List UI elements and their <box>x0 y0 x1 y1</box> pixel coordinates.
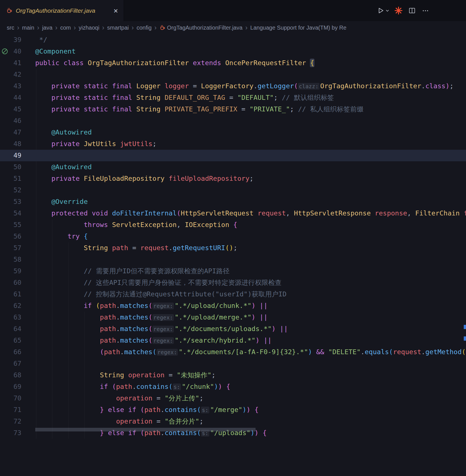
line-number[interactable]: 44 <box>0 92 35 103</box>
line-number[interactable]: 51 <box>0 173 35 184</box>
code-line[interactable]: 39 */ <box>0 34 466 46</box>
code-line[interactable]: 56 try { <box>0 231 466 242</box>
line-number[interactable]: 63 <box>0 312 35 323</box>
horizontal-scrollbar[interactable] <box>35 428 256 431</box>
code-line[interactable]: 50 @Autowired <box>0 161 466 173</box>
code-line[interactable]: 57 String path = request.getRequestURI()… <box>0 242 466 254</box>
code-line[interactable]: 55 throws ServletException, IOException … <box>0 219 466 231</box>
line-number[interactable]: 67 <box>0 358 35 369</box>
breadcrumb: src›main›java›com›yizhaoqi›smartpai›conf… <box>0 21 466 34</box>
breadcrumb-separator: › <box>74 25 76 31</box>
code-line[interactable]: 65 path.matches(regex:".*/search/hybrid.… <box>0 335 466 346</box>
editor-pane: 39 */ 40@Component41public class OrgTagA… <box>0 34 466 476</box>
line-number[interactable]: 41 <box>0 57 35 69</box>
code-line[interactable]: 54 protected void doFilterInternal(HttpS… <box>0 208 466 219</box>
code-line[interactable]: 45 private static final String PRIVATE_T… <box>0 103 466 115</box>
code-text: protected void doFilterInternal(HttpServ… <box>35 208 466 219</box>
code-line[interactable]: 69 if (path.contains(s:"/chunk")) { <box>0 381 466 393</box>
code-line[interactable]: 43 private static final Logger logger = … <box>0 80 466 92</box>
chevron-down-icon[interactable] <box>385 9 389 13</box>
line-number[interactable]: 50 <box>0 161 35 173</box>
code-line[interactable]: 48 private JwtUtils jwtUtils; <box>0 138 466 150</box>
line-number[interactable]: 66 <box>0 346 35 358</box>
code-line[interactable]: 51 private FileUploadRepository fileUplo… <box>0 173 466 184</box>
code-line[interactable]: 70 operation = "分片上传"; <box>0 393 466 404</box>
code-line[interactable]: 72 operation = "合并分片"; <box>0 416 466 427</box>
code-line[interactable]: 52 <box>0 184 466 196</box>
code-text: try { <box>35 231 466 242</box>
breadcrumb-item[interactable]: Language Support for Java(TM) by Re <box>250 25 346 31</box>
extension-star-button[interactable] <box>394 6 403 16</box>
line-number[interactable]: 42 <box>0 69 35 80</box>
breadcrumb-item[interactable]: com <box>60 25 71 31</box>
line-number[interactable]: 58 <box>0 254 35 265</box>
code-line[interactable]: 58 <box>0 254 466 265</box>
line-number[interactable]: 73 <box>0 427 35 439</box>
line-number[interactable]: 52 <box>0 184 35 196</box>
code-line[interactable]: 60 // 这些API只需要用户身份验证，不需要对特定资源进行权限检查 <box>0 277 466 288</box>
code-text: if (path.matches(regex:".*/upload/chunk.… <box>35 300 466 312</box>
breadcrumb-item[interactable]: yizhaoqi <box>79 25 99 31</box>
code-text: operation = "分片上传"; <box>35 393 466 404</box>
star-burst-icon <box>394 6 403 15</box>
line-number[interactable]: 46 <box>0 115 35 127</box>
more-actions-button[interactable] <box>421 6 430 16</box>
code-text: // 控制器方法通过@RequestAttribute("userId")获取用… <box>35 288 466 300</box>
editor-tab[interactable]: OrgTagAuthorizationFilter.java × <box>0 0 124 21</box>
line-number[interactable]: 53 <box>0 196 35 208</box>
line-number[interactable]: 69 <box>0 381 35 393</box>
line-number[interactable]: 39 <box>0 34 35 46</box>
line-number[interactable]: 72 <box>0 416 35 427</box>
code-line[interactable]: 62 if (path.matches(regex:".*/upload/chu… <box>0 300 466 312</box>
code-text <box>35 115 466 127</box>
code-text: // 这些API只需要用户身份验证，不需要对特定资源进行权限检查 <box>35 277 466 288</box>
line-number[interactable]: 60 <box>0 277 35 288</box>
code-text: @Autowired <box>35 127 466 138</box>
line-number[interactable]: 57 <box>0 242 35 254</box>
line-number[interactable]: 65 <box>0 335 35 346</box>
code-line[interactable]: 59 // 需要用户ID但不需要资源权限检查的API路径 <box>0 265 466 277</box>
line-number[interactable]: 54 <box>0 208 35 219</box>
line-number[interactable]: 62 <box>0 300 35 312</box>
code-line[interactable]: 47 @Autowired <box>0 127 466 138</box>
line-number[interactable]: 43 <box>0 80 35 92</box>
code-line[interactable]: 64 path.matches(regex:".*/documents/uplo… <box>0 323 466 335</box>
code-line[interactable]: 41public class OrgTagAuthorizationFilter… <box>0 57 466 69</box>
line-number[interactable]: 47 <box>0 127 35 138</box>
line-number[interactable]: 48 <box>0 138 35 150</box>
code-text <box>35 184 466 196</box>
code-line[interactable]: 63 path.matches(regex:".*/upload/merge.*… <box>0 312 466 323</box>
breadcrumb-item[interactable]: OrgTagAuthorizationFilter.java <box>159 25 243 31</box>
breadcrumb-label: com <box>60 25 71 31</box>
breadcrumb-separator: › <box>55 25 58 31</box>
code-line[interactable]: 61 // 控制器方法通过@RequestAttribute("userId")… <box>0 288 466 300</box>
line-number[interactable]: 70 <box>0 393 35 404</box>
split-editor-button[interactable] <box>407 6 416 16</box>
code-line[interactable]: 68 String operation = "未知操作"; <box>0 369 466 381</box>
code-line[interactable]: 46 <box>0 115 466 127</box>
breadcrumb-item[interactable]: src <box>7 25 14 31</box>
line-number[interactable]: 45 <box>0 103 35 115</box>
code-line[interactable]: 71 } else if (path.contains(s:"/merge"))… <box>0 404 466 416</box>
breadcrumb-item[interactable]: java <box>42 25 52 31</box>
code-line[interactable]: 40@Component <box>0 46 466 57</box>
code-line[interactable]: 42 <box>0 69 466 80</box>
breadcrumb-item[interactable]: smartpai <box>107 25 129 31</box>
line-number[interactable]: 68 <box>0 369 35 381</box>
line-number[interactable]: 61 <box>0 288 35 300</box>
line-number[interactable]: 71 <box>0 404 35 416</box>
line-number[interactable]: 55 <box>0 219 35 231</box>
code-line[interactable]: 67 <box>0 358 466 369</box>
code-line[interactable]: 44 private static final String DEFAULT_O… <box>0 92 466 103</box>
code-line[interactable]: 66 (path.matches(regex:".*/documents/[a-… <box>0 346 466 358</box>
code-line[interactable]: 53 @Override <box>0 196 466 208</box>
tab-close-button[interactable]: × <box>114 7 118 14</box>
line-number[interactable]: 49 <box>0 150 35 161</box>
run-button[interactable] <box>377 6 389 16</box>
line-number[interactable]: 59 <box>0 265 35 277</box>
breadcrumb-item[interactable]: config <box>137 25 152 31</box>
breadcrumb-item[interactable]: main <box>22 25 34 31</box>
code-line[interactable]: 49 <box>0 150 466 161</box>
line-number[interactable]: 56 <box>0 231 35 242</box>
line-number[interactable]: 64 <box>0 323 35 335</box>
